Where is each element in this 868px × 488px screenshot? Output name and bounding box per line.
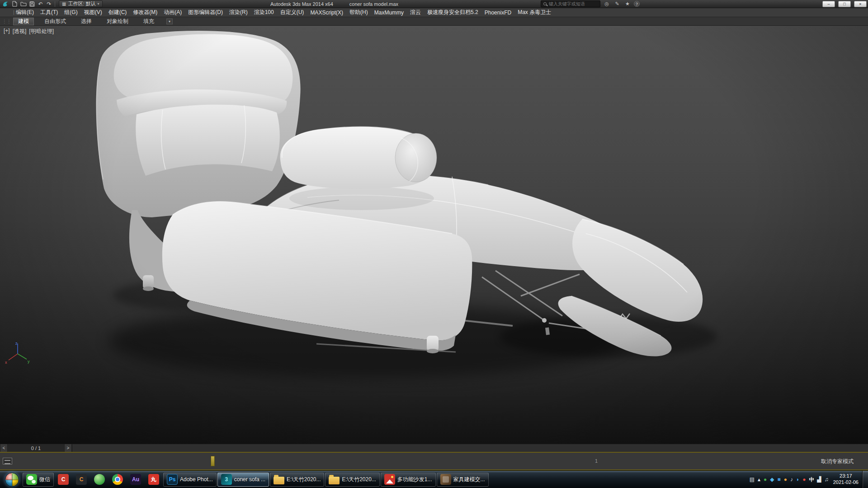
app-title: Autodesk 3ds Max 2014 x64	[270, 1, 333, 7]
new-file-icon[interactable]	[10, 0, 19, 7]
axis-y-label: y	[28, 359, 30, 364]
green-browser-icon	[94, 474, 105, 485]
menu-customize[interactable]: 自定义(U)	[277, 8, 307, 17]
taskbar-image-viewer[interactable]: 多功能沙发1...	[381, 473, 436, 487]
tray-chat-icon[interactable]: ●	[764, 477, 767, 482]
taskbar-wechat[interactable]: 微信	[23, 473, 54, 487]
tab-modeling[interactable]: 建模	[13, 18, 34, 25]
undo-icon[interactable]: ↶	[36, 0, 45, 7]
clock-time: 23:17	[833, 473, 859, 479]
tab-object-paint[interactable]: 对象绘制	[102, 18, 133, 25]
menu-help[interactable]: 帮助(H)	[346, 8, 371, 17]
ribbon-bar: ⋮⋮ 建模 自由形式 选择 对象绘制 填充 ▾	[0, 17, 868, 26]
previous-frame-button[interactable]: <	[0, 444, 8, 452]
tray-volume-icon[interactable]: ♫	[825, 477, 829, 482]
track-bar: < 0 / 1 >	[0, 444, 868, 452]
menu-animation[interactable]: 动画(A)	[160, 8, 185, 17]
clock-date: 2021-02-06	[833, 479, 859, 486]
taskbar-app-c-red[interactable]: C	[55, 473, 72, 487]
tray-printer-icon[interactable]: ▤	[750, 477, 755, 482]
cancel-expert-mode-button[interactable]: 取消专家模式	[817, 457, 857, 466]
taskbar-explorer-2[interactable]: E:\天竹2020...	[325, 473, 379, 487]
menu-rendercloud[interactable]: 渲云	[407, 8, 424, 17]
favorites-star-icon[interactable]: ★	[623, 0, 632, 7]
menu-group[interactable]: 组(G)	[61, 8, 80, 17]
taskbar-app-c-dark[interactable]: C	[73, 473, 90, 487]
help-icon[interactable]: ?	[634, 1, 640, 7]
ribbon-overflow-button[interactable]: ▾	[166, 19, 173, 24]
menu-maxmummy[interactable]: MaxMummy	[371, 8, 407, 17]
timeline-frame-mark: 1	[595, 458, 598, 464]
menu-create[interactable]: 创建(C)	[105, 8, 130, 17]
taskbar-audition[interactable]: Au	[127, 473, 144, 487]
redo-icon[interactable]: ↷	[45, 0, 53, 7]
menu-graph-editors[interactable]: 图形编辑器(D)	[185, 8, 226, 17]
tray-cloud-icon[interactable]: ●	[784, 477, 787, 482]
workspace-selector[interactable]: ▦ 工作区: 默认 ▾	[59, 0, 103, 7]
timeline-bar[interactable]: 1 取消专家模式	[0, 452, 868, 470]
menu-antivirus[interactable]: Max 杀毒卫士	[514, 8, 554, 17]
taskbar-app-wan[interactable]: 丸	[145, 473, 162, 487]
sofa-model[interactable]	[0, 26, 868, 444]
tray-music-icon[interactable]: ♪	[790, 477, 793, 482]
tray-input-method-icon[interactable]: 中	[809, 477, 814, 482]
tray-downloader-icon[interactable]: ◗	[796, 477, 799, 482]
menu-archive-tool[interactable]: 极速瘦身安全归档5.2	[424, 8, 481, 17]
wan-app-icon: 丸	[148, 474, 159, 485]
folder-icon	[329, 477, 340, 484]
ribbon-grip-icon[interactable]: ⋮⋮	[2, 19, 11, 24]
tray-antivirus-icon[interactable]: ●	[802, 477, 806, 482]
next-frame-button[interactable]: >	[64, 444, 72, 452]
open-file-icon[interactable]	[19, 0, 28, 7]
infocenter-search[interactable]	[541, 0, 600, 7]
tray-network-icon[interactable]: ▟	[817, 477, 821, 482]
tab-freeform[interactable]: 自由形式	[40, 18, 71, 25]
viewport-menu-shading[interactable]: [明暗处理]	[29, 28, 54, 35]
show-desktop-button[interactable]	[862, 471, 868, 488]
maximize-button[interactable]: □	[838, 1, 851, 7]
annotate-pen-icon[interactable]: ✎	[613, 0, 621, 7]
menu-maxscript[interactable]: MAXScript(X)	[307, 8, 346, 17]
menu-render100[interactable]: 渲染100	[251, 8, 277, 17]
taskbar-photoshop-label: Adobe Phot...	[180, 476, 213, 483]
viewport-menu-view[interactable]: [透视]	[13, 28, 27, 35]
taskbar-wechat-label: 微信	[39, 476, 50, 483]
menu-tools[interactable]: 工具(T)	[37, 8, 61, 17]
menu-rendering[interactable]: 渲染(R)	[226, 8, 251, 17]
chevron-down-icon: ▾	[169, 19, 170, 23]
perspective-viewport[interactable]: [+] [透视] [明暗处理]	[0, 26, 868, 444]
taskbar-3dsmax-label: coner sofa ...	[234, 476, 265, 483]
viewport-menu-general[interactable]: [+]	[4, 28, 10, 35]
taskbar-image-viewer-label: 多功能沙发1...	[397, 476, 432, 483]
audition-icon: Au	[130, 474, 141, 485]
frame-counter: < 0 / 1 >	[0, 444, 72, 452]
taskbar-chat-window[interactable]: 家具建模交...	[437, 473, 489, 487]
menu-bar: ▏ 编辑(E) 工具(T) 组(G) 视图(V) 创建(C) 修改器(M) 动画…	[0, 8, 868, 17]
taskbar-explorer-1[interactable]: E:\天竹2020...	[270, 473, 324, 487]
tray-security-icon[interactable]: ■	[777, 477, 780, 482]
search-advanced-icon[interactable]: ◎	[603, 0, 611, 7]
time-slider-handle[interactable]	[211, 456, 215, 466]
3dsmax-logo-icon[interactable]	[1, 0, 10, 8]
taskbar-photoshop[interactable]: Ps Adobe Phot...	[163, 473, 217, 487]
start-button[interactable]	[5, 473, 19, 487]
tray-hidden-icons-arrow[interactable]: ▴	[758, 477, 760, 482]
taskbar: 微信 C C Au 丸 Ps Adobe Phot... 3 coner sof…	[0, 470, 868, 488]
taskbar-chrome[interactable]	[109, 473, 126, 487]
taskbar-3dsmax[interactable]: 3 coner sofa ...	[217, 473, 269, 487]
tab-populate[interactable]: 填充	[139, 18, 159, 25]
menu-views[interactable]: 视图(V)	[81, 8, 105, 17]
save-icon[interactable]	[28, 0, 36, 7]
chevron-down-icon: ▾	[98, 2, 99, 6]
menu-phoenixfd[interactable]: PhoenixFD	[481, 8, 514, 17]
taskbar-clock[interactable]: 23:17 2021-02-06	[833, 473, 859, 486]
workspace-grid-icon: ▦	[62, 1, 66, 6]
taskbar-browser-green[interactable]	[91, 473, 108, 487]
tray-qq-icon[interactable]: ◆	[770, 477, 774, 482]
search-input[interactable]	[549, 1, 598, 6]
menu-modifiers[interactable]: 修改器(M)	[130, 8, 160, 17]
tab-selection[interactable]: 选择	[76, 18, 96, 25]
close-button[interactable]: ×	[854, 1, 867, 7]
minimize-button[interactable]: –	[822, 1, 835, 7]
trackbar-toggle-icon[interactable]	[3, 458, 12, 465]
